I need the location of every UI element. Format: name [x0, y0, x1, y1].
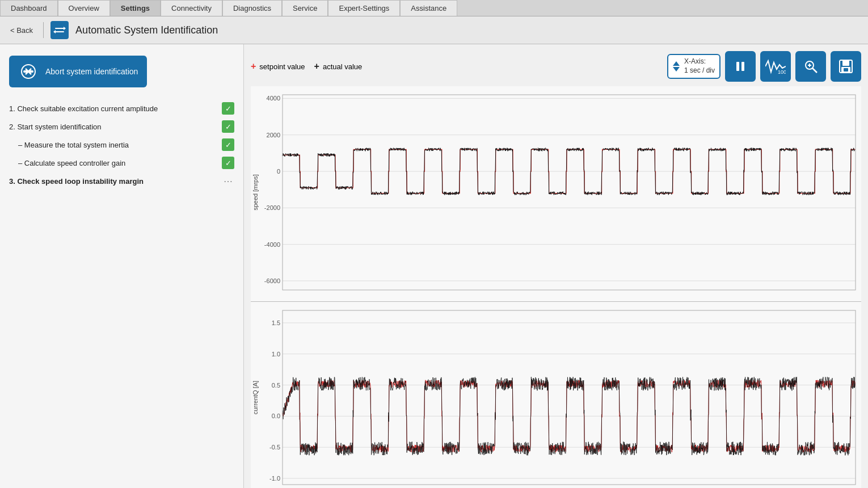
nav-tab-service[interactable]: Service [282, 0, 328, 16]
svg-rect-1 [55, 31, 64, 32]
nav-tab-settings[interactable]: Settings [110, 0, 161, 16]
back-button[interactable]: < Back [7, 25, 36, 36]
left-panel: Abort system identification 1. Check sui… [0, 44, 244, 488]
svg-rect-9 [741, 62, 744, 71]
xaxis-label: X-Axis: 1 sec / div [684, 57, 715, 75]
step-2a-check: ✓ [222, 138, 234, 151]
nav-tab-expert-settings[interactable]: Expert-Settings [328, 0, 400, 16]
step-2-text: 2. Start system identification [9, 123, 102, 131]
header-divider [43, 22, 44, 38]
chart-toolbar: + setpoint value + actual value X-Axis: … [251, 51, 861, 82]
xaxis-down-arrow[interactable] [673, 67, 680, 71]
save-button[interactable] [831, 51, 861, 82]
actual-icon: + [314, 61, 319, 71]
svg-rect-7 [23, 70, 33, 73]
xaxis-arrows [673, 61, 680, 71]
legend-actual: + actual value [314, 61, 363, 71]
step-2a-text: – Measure the total system inertia [18, 141, 129, 149]
xaxis-control[interactable]: X-Axis: 1 sec / div [667, 54, 720, 78]
svg-marker-2 [64, 27, 66, 30]
svg-marker-3 [53, 30, 56, 33]
step-2b-text: – Calculate speed controller gain [18, 159, 125, 167]
speed-chart-container [251, 86, 861, 302]
svg-rect-0 [55, 28, 64, 29]
step-2-check: ✓ [222, 120, 234, 133]
step-item-1: 1. Check suitable excitation current amp… [9, 102, 234, 115]
steps-list: 1. Check suitable excitation current amp… [9, 102, 234, 187]
step-item-3: 3. Check speed loop instability margin ⋯ [9, 175, 234, 187]
nav-tab-diagnostics[interactable]: Diagnostics [222, 0, 282, 16]
abort-button-label: Abort system identification [45, 67, 138, 76]
step-item-2: 2. Start system identification ✓ [9, 120, 234, 133]
step-3-pending: ⋯ [222, 175, 234, 187]
svg-rect-8 [736, 62, 739, 71]
main-content: Abort system identification 1. Check sui… [0, 44, 868, 488]
xaxis-title: X-Axis: [684, 57, 715, 66]
header-bar: < Back Automatic System Identification [0, 16, 868, 44]
page-title: Automatic System Identification [75, 24, 218, 36]
step-3-text: 3. Check speed loop instability margin [9, 177, 144, 186]
top-navigation: Dashboard Overview Settings Connectivity… [0, 0, 868, 16]
nav-tab-overview[interactable]: Overview [58, 0, 110, 16]
nav-tab-dashboard[interactable]: Dashboard [0, 0, 58, 16]
nav-tab-connectivity[interactable]: Connectivity [161, 0, 222, 16]
current-chart [251, 302, 861, 488]
zoom-button[interactable] [795, 51, 826, 82]
abort-icon [18, 61, 39, 82]
right-panel: + setpoint value + actual value X-Axis: … [244, 44, 868, 488]
xaxis-value: 1 sec / div [684, 66, 715, 75]
step-1-check: ✓ [222, 102, 234, 115]
chart-controls: X-Axis: 1 sec / div 100% [667, 51, 861, 82]
svg-rect-18 [844, 68, 848, 71]
step-2b-check: ✓ [222, 157, 234, 169]
step-1-text: 1. Check suitable excitation current amp… [9, 104, 158, 113]
page-icon [50, 21, 69, 39]
step-item-2b: – Calculate speed controller gain ✓ [9, 157, 234, 169]
svg-line-12 [812, 68, 817, 73]
charts-area [251, 86, 861, 488]
nav-tab-assistance[interactable]: Assistance [400, 0, 457, 16]
setpoint-label: setpoint value [259, 62, 305, 71]
svg-text:100%: 100% [778, 69, 786, 75]
step-item-2a: – Measure the total system inertia ✓ [9, 138, 234, 151]
speed-chart [251, 86, 861, 301]
svg-rect-16 [842, 60, 849, 66]
xaxis-up-arrow[interactable] [673, 61, 680, 66]
actual-label: actual value [323, 62, 362, 71]
pause-button[interactable] [725, 51, 756, 82]
legend-setpoint: + setpoint value [251, 61, 305, 71]
waveform-button[interactable]: 100% [760, 51, 791, 82]
current-chart-container [251, 302, 861, 488]
abort-button[interactable]: Abort system identification [9, 56, 147, 87]
setpoint-icon: + [251, 61, 256, 71]
